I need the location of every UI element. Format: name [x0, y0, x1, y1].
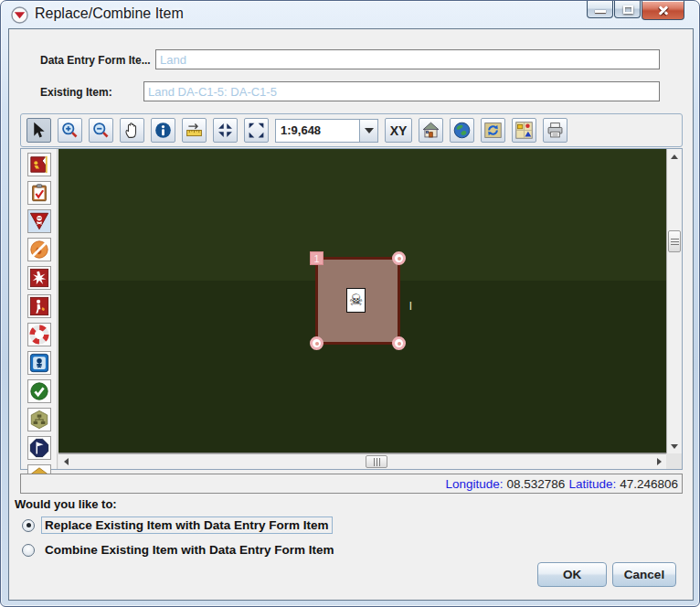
existing-item-field[interactable] — [143, 81, 660, 101]
scrollbar-corner — [666, 453, 682, 469]
data-entry-form-item-field[interactable] — [155, 49, 660, 69]
scroll-left-button[interactable] — [58, 454, 73, 469]
horizontal-scroll-thumb[interactable] — [366, 455, 387, 468]
arrow-right-icon — [657, 458, 665, 465]
scale-combo — [275, 119, 378, 143]
map-panel: 1 ☠ l — [20, 148, 683, 470]
prompt-question: Would you like to: — [15, 497, 117, 511]
minimize-icon — [595, 10, 606, 13]
evacuee-tool-button[interactable] — [27, 294, 51, 318]
replace-option-row[interactable]: Replace Existing Item with Data Entry Fo… — [22, 516, 333, 534]
lifebuoy-icon — [29, 325, 49, 345]
vertical-scroll-thumb[interactable] — [668, 230, 681, 252]
zoom-out-icon — [91, 121, 111, 140]
info-button[interactable] — [151, 118, 175, 143]
coordinate-statusbar: Longitude: 08.532786 Latitude: 47.246806 — [20, 474, 683, 494]
maximize-button[interactable] — [614, 1, 641, 18]
map-overview-button[interactable] — [512, 118, 536, 143]
vertical-scrollbar[interactable] — [666, 149, 682, 453]
data-entry-form-item-label: Data Entry Form Ite... — [40, 54, 151, 67]
no-fire-icon — [29, 240, 49, 260]
titlebar[interactable]: Replace/Combine Item — [1, 1, 699, 28]
explosion-tool-button[interactable] — [27, 266, 51, 290]
org-chart-tool-button[interactable] — [27, 408, 51, 431]
arrow-up-icon — [671, 151, 678, 159]
feature-label: l — [409, 300, 412, 313]
flag-tool-button[interactable] — [27, 436, 51, 460]
ok-button[interactable]: OK — [537, 562, 607, 587]
print-icon — [546, 121, 565, 140]
zoom-out-button[interactable] — [89, 118, 113, 143]
replace-option-label[interactable]: Replace Existing Item with Data Entry Fo… — [41, 516, 333, 534]
map-canvas[interactable]: 1 ☠ l — [58, 149, 666, 453]
arrow-down-icon — [671, 444, 678, 453]
combine-option-label[interactable]: Combine Existing Item with Data Entry Fo… — [41, 541, 338, 559]
check-tool-button[interactable] — [27, 379, 51, 403]
map-refresh-button[interactable] — [481, 118, 505, 143]
map-refresh-icon — [483, 121, 503, 140]
globe-icon — [452, 121, 472, 140]
replace-radio[interactable] — [22, 519, 35, 532]
hazard-marker[interactable]: ☠ — [346, 288, 366, 313]
map-overview-icon — [514, 121, 534, 140]
cancel-button[interactable]: Cancel — [612, 562, 676, 587]
zoom-extent-button[interactable] — [244, 118, 269, 143]
home-icon — [421, 121, 440, 140]
longitude-label: Longitude: — [445, 477, 503, 491]
command-post-tool-button[interactable] — [27, 153, 51, 176]
latitude-label: Latitude: — [568, 477, 616, 491]
latitude-value: 47.246806 — [620, 477, 678, 491]
hazard-skull-icon — [29, 211, 49, 231]
command-post-icon — [29, 154, 49, 175]
decon-skull-icon — [29, 353, 49, 373]
explosion-icon — [29, 268, 49, 288]
scroll-down-button[interactable] — [667, 439, 682, 453]
pointer-tool-button[interactable] — [27, 118, 51, 143]
app-icon — [11, 6, 28, 24]
xy-label: XY — [390, 123, 408, 138]
home-button[interactable] — [419, 118, 443, 143]
org-chart-icon — [29, 410, 49, 430]
scale-dropdown-button[interactable] — [359, 119, 378, 143]
combine-radio[interactable] — [22, 544, 35, 557]
xy-button[interactable]: XY — [385, 118, 412, 143]
vertex-handle-3[interactable] — [310, 336, 323, 350]
close-button[interactable] — [642, 1, 684, 20]
minimize-button[interactable] — [587, 1, 613, 18]
measure-button[interactable] — [182, 118, 207, 143]
land-polygon[interactable]: 1 ☠ — [315, 257, 400, 345]
decon-tool-button[interactable] — [27, 351, 51, 375]
arrow-left-icon — [60, 458, 69, 465]
globe-button[interactable] — [450, 118, 474, 143]
checklist-tool-button[interactable] — [27, 181, 51, 205]
vertex-handle-4[interactable] — [392, 336, 406, 350]
vertex-handle-2[interactable] — [392, 251, 406, 265]
check-icon — [29, 381, 49, 401]
close-icon — [657, 4, 670, 16]
zoom-extent-icon — [247, 121, 266, 140]
evacuee-icon — [29, 296, 49, 316]
zoom-in-button[interactable] — [58, 118, 82, 143]
scroll-up-button[interactable] — [667, 149, 682, 164]
no-fire-tool-button[interactable] — [27, 238, 51, 261]
checklist-icon — [29, 183, 49, 203]
zoom-collapse-button[interactable] — [213, 118, 238, 143]
longitude-value: 08.532786 — [507, 477, 566, 491]
combine-option-row[interactable]: Combine Existing Item with Data Entry Fo… — [22, 541, 338, 559]
scale-input[interactable] — [275, 119, 359, 143]
pan-button[interactable] — [120, 118, 144, 143]
pan-hand-icon — [122, 121, 142, 140]
map-symbol-toolbar — [21, 149, 58, 469]
pointer-icon — [29, 121, 48, 140]
print-button[interactable] — [543, 118, 567, 143]
measure-icon — [185, 121, 204, 140]
horizontal-scrollbar[interactable] — [58, 453, 666, 469]
info-icon — [154, 121, 173, 140]
hazard-tool-button[interactable] — [27, 209, 51, 233]
zoom-collapse-icon — [216, 121, 235, 140]
vertex-handle-1[interactable]: 1 — [310, 251, 323, 265]
maximize-icon — [623, 5, 633, 14]
skull-icon: ☠ — [349, 293, 363, 308]
scroll-right-button[interactable] — [652, 454, 666, 469]
lifebuoy-tool-button[interactable] — [27, 323, 51, 346]
